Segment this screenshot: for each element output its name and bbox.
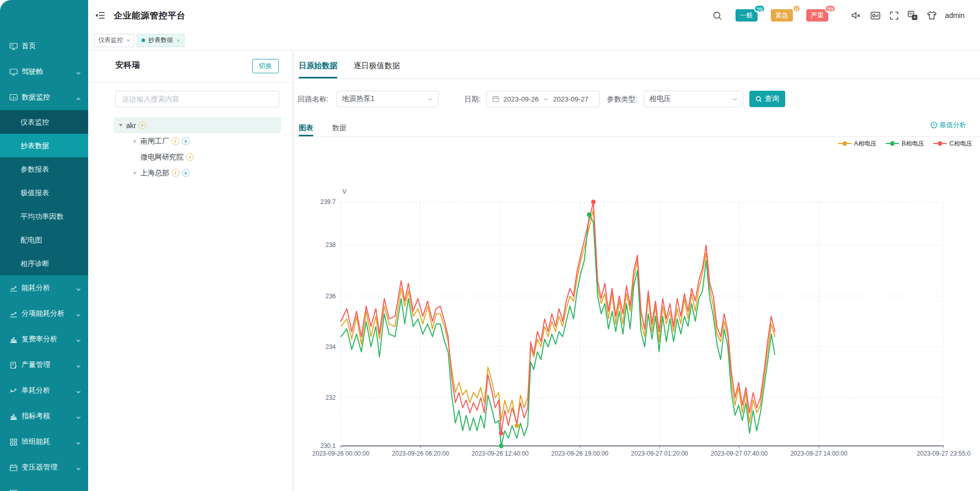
tab-逐日极值数据[interactable]: 逐日极值数据	[354, 51, 400, 78]
zigzag-icon	[9, 386, 18, 395]
sidebar-subitem-抄表数据[interactable]: 抄表数据	[0, 134, 88, 157]
data-tabs: 日原始数据逐日极值数据	[294, 51, 980, 79]
switch-button[interactable]: 切换	[252, 59, 279, 73]
theme-shirt-icon[interactable]	[927, 11, 937, 20]
sidebar: 首页驾驶舱数据监控仪表监控抄表数据参数报表极值报表平均功率因数配电图相序诊断能耗…	[0, 0, 88, 491]
screen-icon[interactable]	[870, 11, 881, 20]
fullscreen-icon[interactable]	[890, 11, 899, 20]
sidebar-subitem-配电图[interactable]: 配电图	[0, 228, 88, 252]
svg-text:2023-09-26 06:20:00: 2023-09-26 06:20:00	[392, 450, 450, 457]
legend-item-C相电压[interactable]: C相电压	[933, 139, 972, 148]
view-tabs-bar: 图表数据 最值分析	[294, 117, 980, 137]
view-tab-图表[interactable]: 图表	[299, 117, 313, 136]
close-icon[interactable]: ×	[176, 37, 179, 44]
tags-bar: 仪表监控×抄表数据×	[88, 31, 980, 50]
svg-text:236: 236	[325, 293, 336, 300]
legend-item-B相电压[interactable]: B相电压	[886, 139, 924, 148]
sidebar-subitem-平均功率因数[interactable]: 平均功率因数	[0, 204, 88, 228]
language-icon[interactable]: 中A	[908, 11, 917, 20]
dashboard-icon	[9, 68, 18, 76]
chart-legend: A相电压B相电压C相电压	[829, 138, 972, 149]
alarm-count: 29	[754, 5, 765, 13]
tree-node-akr[interactable]: akr	[114, 117, 281, 133]
bars-icon	[9, 335, 18, 344]
tree-node-微电网研究院[interactable]: 微电网研究院	[114, 149, 281, 165]
sidebar-item-复费率分析[interactable]: 复费率分析	[0, 326, 88, 352]
svg-text:2023-09-26 00:00:00: 2023-09-26 00:00:00	[312, 450, 370, 457]
water-icon	[182, 169, 190, 177]
view-tab-数据[interactable]: 数据	[332, 117, 346, 136]
tab-日原始数据[interactable]: 日原始数据	[299, 51, 337, 78]
sidebar-item-分项能耗分析[interactable]: 分项能耗分析	[0, 301, 88, 326]
date-label: 日期:	[464, 91, 481, 107]
query-button[interactable]: 查询	[749, 91, 785, 107]
circuit-label: 回路名称:	[298, 91, 329, 107]
chevron-down-icon	[76, 414, 81, 419]
param-select[interactable]: 相电压	[644, 91, 743, 107]
chevron-down-icon	[732, 96, 738, 102]
sidebar-item-partial[interactable]	[0, 480, 88, 491]
device-panel: 安科瑞 切换 akr南闸工厂微电网研究院上海总部	[88, 51, 292, 491]
sidebar-item-驾驶舱[interactable]: 驾驶舱	[0, 59, 88, 85]
svg-text:234: 234	[325, 343, 336, 351]
tag-抄表数据[interactable]: 抄表数据×	[137, 34, 184, 47]
chevron-up-icon	[76, 95, 81, 100]
svg-text:2023-09-26 12:40:00: 2023-09-26 12:40:00	[472, 450, 529, 457]
datamon-icon	[9, 93, 18, 102]
alarm-badges: 一般29紧急0严重23	[736, 9, 842, 22]
sidebar-item-变压器管理[interactable]: 变压器管理	[0, 455, 88, 480]
sidebar-subitem-相序诊断[interactable]: 相序诊断	[0, 252, 88, 275]
alarm-badge-一般[interactable]: 一般29	[736, 9, 758, 22]
collapse-arrow-icon[interactable]	[131, 139, 138, 144]
circuit-select[interactable]: 地源热泵1	[336, 91, 439, 107]
date-range-picker[interactable]: 2023-09-26 ~ 2023-09-27	[486, 91, 600, 107]
tag-仪表监控[interactable]: 仪表监控×	[94, 34, 134, 47]
monitor-icon	[9, 489, 18, 491]
alarm-badge-紧急[interactable]: 紧急0	[771, 9, 793, 22]
sidebar-item-指标考核[interactable]: 指标考核	[0, 403, 88, 429]
device-tree: akr南闸工厂微电网研究院上海总部	[114, 117, 281, 181]
svg-text:239.7: 239.7	[320, 198, 336, 206]
date-start[interactable]: 2023-09-26	[503, 95, 539, 103]
max-analysis-link[interactable]: 最值分析	[930, 120, 966, 130]
sidebar-item-数据监控[interactable]: 数据监控	[0, 85, 88, 110]
tree-search-input[interactable]	[115, 91, 279, 107]
date-end[interactable]: 2023-09-27	[553, 95, 588, 103]
power-icon	[186, 153, 194, 161]
param-label: 参数类型:	[607, 91, 638, 107]
tree-node-南闸工厂[interactable]: 南闸工厂	[114, 133, 281, 149]
bars-icon	[9, 412, 18, 421]
mute-icon[interactable]	[851, 11, 861, 20]
device-group-title: 安科瑞	[115, 60, 140, 71]
top-bar: 企业能源管控平台 一般29紧急0严重23 中A admin	[88, 0, 980, 31]
legend-item-A相电压[interactable]: A相电压	[838, 139, 876, 148]
collapse-arrow-icon[interactable]	[131, 171, 138, 175]
search-icon[interactable]	[712, 11, 722, 21]
trend-icon	[9, 284, 18, 293]
chevron-down-icon	[76, 388, 81, 393]
svg-text:2023-09-27 23:55:0: 2023-09-27 23:55:0	[917, 450, 971, 457]
expand-arrow-icon[interactable]	[117, 123, 124, 128]
svg-text:2023-09-27 14:00:00: 2023-09-27 14:00:00	[790, 450, 848, 457]
sidebar-item-单耗分析[interactable]: 单耗分析	[0, 378, 88, 403]
svg-text:2023-09-27 01:20:00: 2023-09-27 01:20:00	[631, 450, 688, 457]
calendar-icon	[9, 463, 18, 472]
close-icon[interactable]: ×	[127, 37, 130, 44]
sidebar-subitem-参数报表[interactable]: 参数报表	[0, 157, 88, 181]
query-row: 回路名称: 地源热泵1 日期: 2023-09-26 ~ 2023-09-27 …	[294, 91, 980, 107]
sidebar-item-能耗分析[interactable]: 能耗分析	[0, 275, 88, 301]
tree-node-上海总部[interactable]: 上海总部	[114, 165, 281, 181]
alarm-badge-严重[interactable]: 严重23	[806, 9, 828, 22]
chevron-down-icon	[76, 465, 81, 470]
sidebar-item-首页[interactable]: 首页	[0, 33, 88, 59]
sidebar-subitem-仪表监控[interactable]: 仪表监控	[0, 110, 88, 134]
sidebar-item-产量管理[interactable]: 产量管理	[0, 352, 88, 378]
svg-text:A: A	[913, 15, 916, 19]
collapse-sidebar-icon[interactable]	[95, 11, 105, 19]
sidebar-subitem-极值报表[interactable]: 极值报表	[0, 181, 88, 204]
user-menu[interactable]: admin	[945, 11, 965, 19]
voltage-chart[interactable]: 2023-09-26 00:00:002023-09-26 06:20:0020…	[294, 149, 980, 491]
linechart-icon	[9, 310, 18, 318]
power-icon	[172, 137, 179, 145]
sidebar-item-班组能耗[interactable]: 班组能耗	[0, 429, 88, 455]
